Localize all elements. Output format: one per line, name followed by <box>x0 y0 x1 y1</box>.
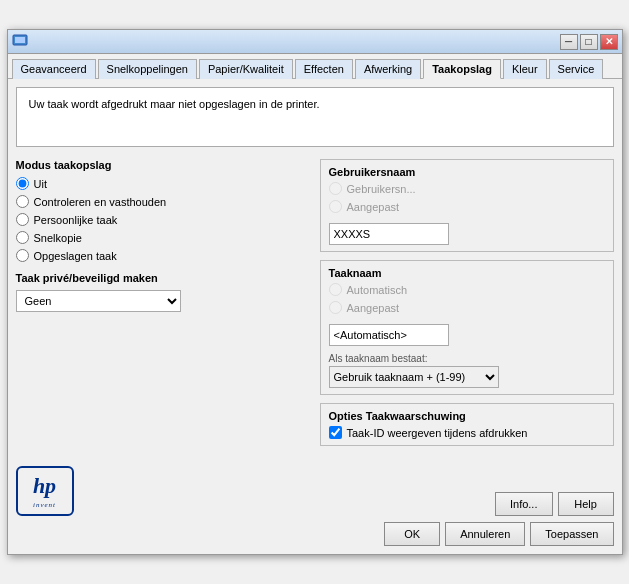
tab-afwerking[interactable]: Afwerking <box>355 59 421 79</box>
radio-aangepast-taaknaam-input[interactable] <box>329 301 342 314</box>
hp-text: hp <box>33 473 56 499</box>
ok-button[interactable]: OK <box>384 522 440 546</box>
modus-radio-group: Uit Controleren en vasthouden Persoonlij… <box>16 177 310 262</box>
radio-persoonlijk[interactable]: Persoonlijke taak <box>16 213 310 226</box>
modus-label: Modus taakopslag <box>16 159 310 171</box>
taak-id-checkbox[interactable] <box>329 426 342 439</box>
als-taaknaam-select[interactable]: Gebruik taaknaam + (1-99) <box>329 366 499 388</box>
radio-aangepast-gebruiker-label: Aangepast <box>347 201 400 213</box>
tab-papier-kwaliteit[interactable]: Papier/Kwaliteit <box>199 59 293 79</box>
radio-gebruikersnaam[interactable]: Gebruikersn... <box>329 182 605 195</box>
radio-automatisch-label: Automatisch <box>347 284 408 296</box>
left-panel: Modus taakopslag Uit Controleren en vast… <box>16 159 310 446</box>
radio-snelkopie[interactable]: Snelkopie <box>16 231 310 244</box>
opties-label: Opties Taakwaarschuwing <box>329 410 605 422</box>
content-area: Uw taak wordt afgedrukt maar niet opgesl… <box>8 79 622 454</box>
hp-invent: invent <box>33 501 56 509</box>
gebruikersnaam-radio-group: Gebruikersn... Aangepast <box>329 182 605 213</box>
radio-automatisch[interactable]: Automatisch <box>329 283 605 296</box>
help-button[interactable]: Help <box>558 492 614 516</box>
taak-id-checkbox-item[interactable]: Taak-ID weergeven tijdens afdrukken <box>329 426 605 439</box>
radio-gebruikersnaam-label: Gebruikersn... <box>347 183 416 195</box>
radio-uit-label: Uit <box>34 178 47 190</box>
hp-logo: hp invent <box>16 466 74 516</box>
info-text: Uw taak wordt afgedrukt maar niet opgesl… <box>29 98 320 110</box>
radio-aangepast-gebruiker-input[interactable] <box>329 200 342 213</box>
tab-geavanceerd[interactable]: Geavanceerd <box>12 59 96 79</box>
radio-snelkopie-label: Snelkopie <box>34 232 82 244</box>
taak-prive-select[interactable]: Geen <box>16 290 181 312</box>
taaknaam-radio-group: Automatisch Aangepast <box>329 283 605 314</box>
tab-snelkoppelingen[interactable]: Snelkoppelingen <box>98 59 197 79</box>
tab-kleur[interactable]: Kleur <box>503 59 547 79</box>
opties-section: Opties Taakwaarschuwing Taak-ID weergeve… <box>320 403 614 446</box>
radio-snelkopie-input[interactable] <box>16 231 29 244</box>
gebruikersnaam-section: Gebruikersnaam Gebruikersn... Aangepast <box>320 159 614 252</box>
taak-id-label: Taak-ID weergeven tijdens afdrukken <box>347 427 528 439</box>
gebruikersnaam-label: Gebruikersnaam <box>329 166 605 178</box>
radio-persoonlijk-label: Persoonlijke taak <box>34 214 118 226</box>
svg-rect-1 <box>15 37 25 43</box>
radio-gebruikersnaam-input[interactable] <box>329 182 342 195</box>
toepassen-button[interactable]: Toepassen <box>530 522 613 546</box>
info-box: Uw taak wordt afgedrukt maar niet opgesl… <box>16 87 614 147</box>
taak-prive-group: Taak privé/beveiligd maken Geen <box>16 272 310 312</box>
radio-opgeslagen-input[interactable] <box>16 249 29 262</box>
right-panel: Gebruikersnaam Gebruikersn... Aangepast <box>320 159 614 446</box>
tab-service[interactable]: Service <box>549 59 604 79</box>
info-help-buttons: Info... Help <box>495 492 614 516</box>
radio-opgeslagen-label: Opgeslagen taak <box>34 250 117 262</box>
als-taaknaam-label: Als taaknaam bestaat: <box>329 353 605 364</box>
radio-controleren[interactable]: Controleren en vasthouden <box>16 195 310 208</box>
main-window: ─ □ ✕ Geavanceerd Snelkoppelingen Papier… <box>7 29 623 555</box>
close-button[interactable]: ✕ <box>600 34 618 50</box>
tab-taakopslag[interactable]: Taakopslag <box>423 59 501 79</box>
taak-prive-label: Taak privé/beveiligd maken <box>16 272 310 284</box>
radio-controleren-input[interactable] <box>16 195 29 208</box>
radio-uit-input[interactable] <box>16 177 29 190</box>
titlebar: ─ □ ✕ <box>8 30 622 54</box>
radio-opgeslagen[interactable]: Opgeslagen taak <box>16 249 310 262</box>
taaknaam-section: Taaknaam Automatisch Aangepast Als taakn… <box>320 260 614 395</box>
radio-aangepast-gebruiker[interactable]: Aangepast <box>329 200 605 213</box>
radio-persoonlijk-input[interactable] <box>16 213 29 226</box>
taaknaam-label: Taaknaam <box>329 267 605 279</box>
ok-cancel-row: OK Annuleren Toepassen <box>8 522 622 554</box>
radio-controleren-label: Controleren en vasthouden <box>34 196 167 208</box>
titlebar-controls: ─ □ ✕ <box>560 34 618 50</box>
maximize-button[interactable]: □ <box>580 34 598 50</box>
minimize-button[interactable]: ─ <box>560 34 578 50</box>
titlebar-icon <box>12 32 28 51</box>
radio-aangepast-taaknaam-label: Aangepast <box>347 302 400 314</box>
main-section: Modus taakopslag Uit Controleren en vast… <box>16 159 614 446</box>
tab-bar: Geavanceerd Snelkoppelingen Papier/Kwali… <box>8 54 622 79</box>
tab-effecten[interactable]: Effecten <box>295 59 353 79</box>
annuleren-button[interactable]: Annuleren <box>445 522 525 546</box>
taaknaam-input[interactable] <box>329 324 449 346</box>
bottom-bar: hp invent Info... Help <box>8 458 622 522</box>
radio-automatisch-input[interactable] <box>329 283 342 296</box>
info-button[interactable]: Info... <box>495 492 553 516</box>
radio-uit[interactable]: Uit <box>16 177 310 190</box>
gebruikersnaam-input[interactable] <box>329 223 449 245</box>
radio-aangepast-taaknaam[interactable]: Aangepast <box>329 301 605 314</box>
